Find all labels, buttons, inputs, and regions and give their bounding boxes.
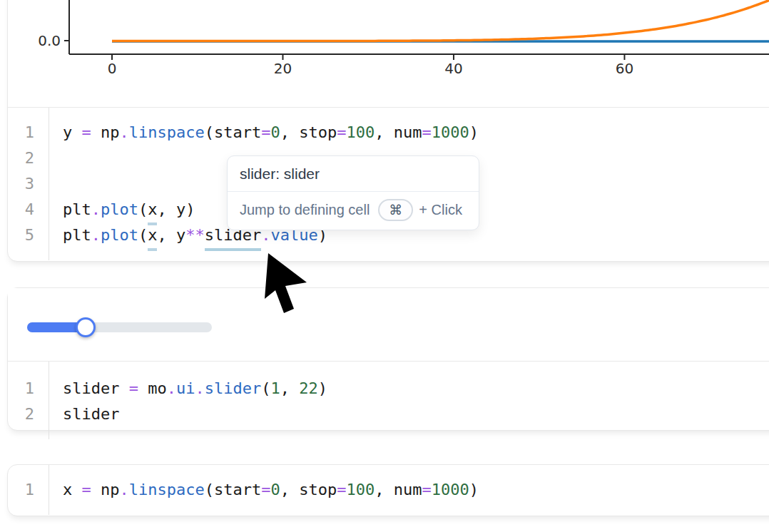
code-token: , stop xyxy=(280,481,337,498)
code-token: ui xyxy=(176,379,195,397)
line-number-gutter: 12 xyxy=(8,362,49,439)
code-token: 1000 xyxy=(432,123,469,141)
code-line[interactable]: y = np.linspace(start=0, stop=100, num=1… xyxy=(63,120,479,145)
code-token: = xyxy=(82,481,91,498)
code-token: np xyxy=(91,123,120,141)
code-editor-x[interactable]: 1 x = np.linspace(start=0, stop=100, num… xyxy=(8,465,769,515)
code-token: = xyxy=(261,123,270,141)
code-token: np xyxy=(91,481,120,498)
code-lines[interactable]: slider = mo.ui.slider(1, 22)slider xyxy=(49,362,327,439)
code-token: ( xyxy=(138,200,148,218)
tooltip-action-label[interactable]: Jump to defining cell xyxy=(240,202,370,218)
code-token: mo xyxy=(138,379,167,397)
svg-text:0: 0 xyxy=(108,60,117,77)
line-number: 4 xyxy=(8,197,34,222)
code-token: = xyxy=(129,379,138,397)
code-token: 0 xyxy=(270,481,280,498)
variable-hover-tooltip: slider: slider Jump to defining cell ⌘ +… xyxy=(227,155,479,230)
code-token: = xyxy=(82,123,91,141)
line-number: 3 xyxy=(8,171,34,197)
code-token: linspace xyxy=(129,481,205,498)
code-token: , y xyxy=(157,226,185,244)
code-token: . xyxy=(167,379,176,397)
line-number-gutter: 12345 xyxy=(8,108,49,260)
line-number: 2 xyxy=(8,145,34,171)
tooltip-action-row[interactable]: Jump to defining cell ⌘ + Click xyxy=(228,192,479,230)
command-key-badge: ⌘ xyxy=(378,199,413,221)
code-token: , stop xyxy=(280,123,337,141)
code-token: . xyxy=(91,200,101,218)
code-token: = xyxy=(337,123,346,141)
code-token: 22 xyxy=(299,379,318,397)
code-token: ( xyxy=(138,226,148,244)
code-token: . xyxy=(195,379,204,397)
line-number: 1 xyxy=(8,120,34,145)
plot-output-area: 02040600.0 xyxy=(8,0,769,108)
code-token: 1000 xyxy=(432,481,469,498)
svg-text:0.0: 0.0 xyxy=(38,32,61,49)
code-token: slider xyxy=(205,379,261,397)
code-token: . xyxy=(120,481,129,498)
code-token: , num xyxy=(375,481,422,498)
code-line[interactable]: x = np.linspace(start=0, stop=100, num=1… xyxy=(63,477,479,503)
code-token: ** xyxy=(185,226,205,244)
code-token: , y) xyxy=(157,200,195,218)
matplotlib-figure: 02040600.0 xyxy=(8,0,769,107)
tooltip-title: slider: slider xyxy=(228,156,479,192)
code-token: x xyxy=(63,481,82,498)
code-token: 100 xyxy=(346,123,375,141)
code-token: plot xyxy=(101,226,138,244)
code-token: 0 xyxy=(270,123,280,141)
code-token: = xyxy=(261,481,270,498)
code-line[interactable]: slider xyxy=(63,401,327,427)
cross-cell-reference[interactable]: x xyxy=(148,222,157,251)
line-number: 1 xyxy=(8,477,34,503)
code-token: plt xyxy=(63,226,91,244)
line-number: 1 xyxy=(8,376,34,401)
code-token: = xyxy=(422,481,431,498)
plot-line-orange xyxy=(112,0,769,41)
code-token: (start xyxy=(205,123,261,141)
mouse-cursor-icon xyxy=(263,251,312,319)
code-token: 1 xyxy=(270,379,280,397)
code-token: ( xyxy=(261,379,270,397)
cross-cell-reference[interactable]: x xyxy=(148,197,157,225)
code-token: . xyxy=(91,226,101,244)
code-editor-slider[interactable]: 12 slider = mo.ui.slider(1, 22)slider xyxy=(8,362,769,439)
notebook-cell-slider: 12 slider = mo.ui.slider(1, 22)slider xyxy=(7,287,769,431)
notebook-stage: 02040600.0 12345 y = np.linspace(start=0… xyxy=(0,0,769,532)
code-token: ) xyxy=(469,481,479,498)
plot-axes: 02040600.0 xyxy=(38,0,769,77)
code-token: ) xyxy=(318,379,327,397)
code-token: plt xyxy=(63,200,91,218)
code-line[interactable]: slider = mo.ui.slider(1, 22) xyxy=(63,376,327,401)
line-number-gutter: 1 xyxy=(8,465,49,515)
code-token: . xyxy=(120,123,129,141)
slider-widget[interactable] xyxy=(27,322,212,332)
code-token: (start xyxy=(205,481,261,498)
code-token: y xyxy=(63,123,82,141)
code-token: = xyxy=(422,123,431,141)
notebook-cell-x: 1 x = np.linspace(start=0, stop=100, num… xyxy=(7,464,769,516)
tooltip-click-suffix: + Click xyxy=(419,202,462,218)
code-token: , xyxy=(280,379,300,397)
line-number: 2 xyxy=(8,401,34,427)
code-token: plot xyxy=(101,200,138,218)
code-token: slider xyxy=(63,379,129,397)
code-token: linspace xyxy=(129,123,205,141)
svg-text:60: 60 xyxy=(616,60,633,77)
code-token: , num xyxy=(375,123,422,141)
code-lines[interactable]: x = np.linspace(start=0, stop=100, num=1… xyxy=(49,465,479,515)
line-number: 5 xyxy=(8,222,34,248)
slider-handle[interactable] xyxy=(76,317,96,337)
code-token: = xyxy=(337,481,346,498)
svg-text:20: 20 xyxy=(274,60,292,77)
svg-text:40: 40 xyxy=(444,60,462,77)
code-token: slider xyxy=(63,405,119,423)
code-token: ) xyxy=(469,123,479,141)
slider-output-area xyxy=(8,288,769,362)
code-token: 100 xyxy=(346,481,375,498)
